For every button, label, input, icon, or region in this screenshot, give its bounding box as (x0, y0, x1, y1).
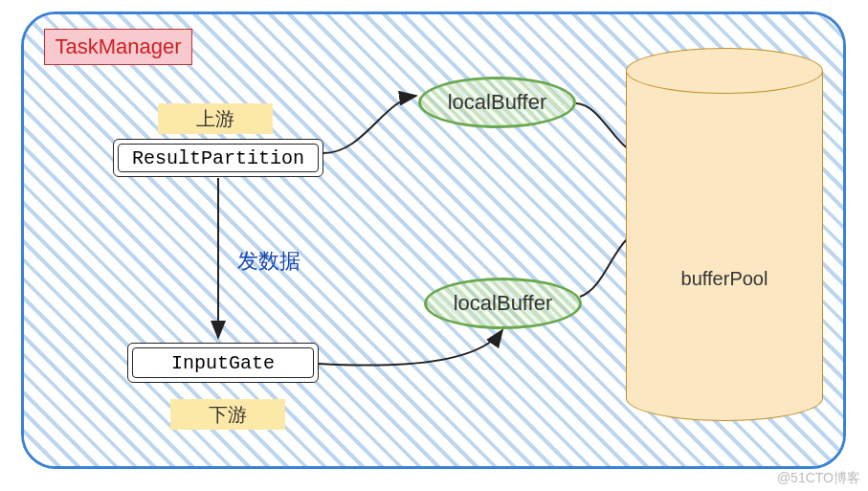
local-buffer-top-text: localBuffer (448, 90, 547, 115)
result-partition-node: ResultPartition (113, 139, 323, 177)
local-buffer-bottom-node: localBuffer (424, 278, 582, 329)
title-label: TaskManager (44, 29, 192, 65)
downstream-tag: 下游 (170, 399, 285, 430)
buffer-pool-node: bufferPool (626, 48, 823, 421)
watermark: @51CTO博客 (777, 470, 860, 487)
input-gate-text: InputGate (171, 352, 275, 374)
send-data-label: 发数据 (237, 247, 300, 276)
cylinder-top (626, 48, 823, 94)
local-buffer-bottom-text: localBuffer (454, 291, 553, 316)
upstream-tag: 上游 (158, 103, 273, 134)
input-gate-node: InputGate (127, 343, 319, 383)
result-partition-text: ResultPartition (132, 147, 304, 169)
buffer-pool-text: bufferPool (626, 268, 823, 290)
local-buffer-top-node: localBuffer (418, 77, 576, 128)
cylinder-body (626, 71, 823, 398)
